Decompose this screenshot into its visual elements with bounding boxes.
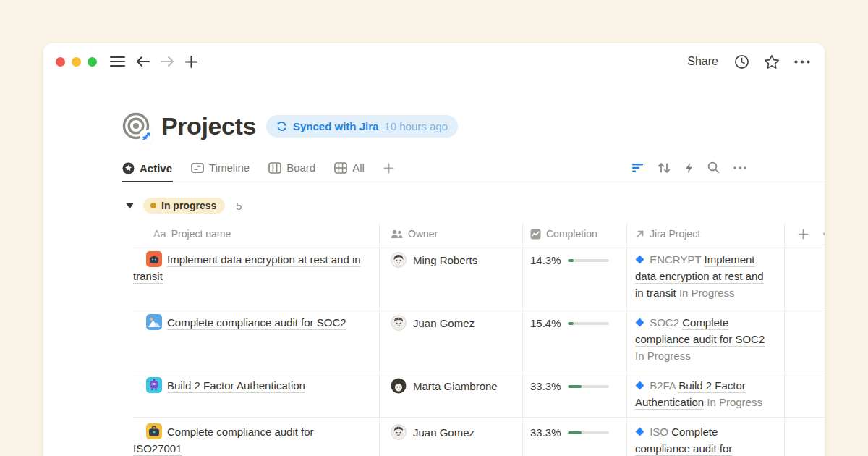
- completion-cell[interactable]: 15.4%: [523, 308, 627, 371]
- back-icon[interactable]: [136, 56, 150, 67]
- progress-fill: [568, 259, 574, 263]
- page-title: Projects: [161, 112, 256, 140]
- jira-diamond-icon: [635, 427, 644, 436]
- progress-bar: [568, 431, 609, 435]
- owner-cell[interactable]: Juan Gomez: [380, 308, 523, 371]
- status-dot-icon: [150, 203, 156, 208]
- owner-cell[interactable]: Ming Roberts: [380, 245, 523, 308]
- progress-fill: [568, 322, 574, 326]
- table-row: Build 2 Factor Authentication Marta Giam…: [133, 371, 825, 417]
- more-options-icon[interactable]: [794, 60, 810, 64]
- group-label: In progress: [161, 200, 216, 211]
- juan-avatar: [391, 315, 407, 331]
- mountain-icon: [146, 314, 162, 330]
- column-header-completion[interactable]: Completion: [523, 223, 627, 245]
- minimize-window-button[interactable]: [72, 57, 81, 67]
- history-clock-icon[interactable]: [734, 54, 749, 69]
- completion-cell[interactable]: 33.3%: [523, 418, 627, 456]
- robot-icon: [146, 377, 162, 393]
- page-header: Projects Synced with Jira 10 hours ago: [122, 111, 825, 140]
- table-row: Complete compliance audit for ISO27001 J…: [133, 417, 825, 456]
- progress-bar: [568, 322, 609, 326]
- jira-diamond-icon: [635, 381, 644, 390]
- jira-project-cell[interactable]: ISO Complete compliance audit for ISO270…: [627, 418, 785, 456]
- jira-diamond-icon: [635, 255, 644, 264]
- jira-sync-badge-icon: [140, 130, 153, 143]
- completion-cell[interactable]: 33.3%: [523, 371, 627, 417]
- tab-all[interactable]: All: [333, 161, 365, 182]
- view-toolbar: [631, 161, 746, 182]
- table-view-icon: [334, 162, 347, 174]
- window-controls: [56, 57, 97, 67]
- add-view-icon[interactable]: [383, 163, 395, 182]
- search-icon[interactable]: [707, 161, 720, 174]
- pouch-icon: [146, 251, 162, 267]
- target-icon[interactable]: [122, 111, 150, 140]
- tab-timeline[interactable]: Timeline: [190, 161, 250, 182]
- jira-project-cell[interactable]: ENCRYPT Implement data encryption at res…: [627, 245, 785, 308]
- canvas-background: { "colors": { "canvas_bg": "#F8F2E7", "c…: [0, 0, 868, 456]
- briefcase-icon: [146, 423, 162, 439]
- synced-time: 10 hours ago: [384, 120, 448, 132]
- favorite-star-icon[interactable]: [764, 54, 780, 69]
- group-count: 5: [236, 200, 242, 212]
- owner-name: Marta Giambrone: [413, 378, 498, 394]
- ming-avatar: [391, 252, 407, 268]
- status-badge[interactable]: In progress: [143, 198, 225, 214]
- menu-icon[interactable]: [110, 56, 125, 67]
- progress-fill: [568, 431, 582, 435]
- collapse-triangle-icon[interactable]: [126, 203, 134, 209]
- jira-diamond-icon: [635, 318, 644, 327]
- sort-icon[interactable]: [658, 162, 671, 174]
- table-row: Implement data encryption at rest and in…: [133, 245, 825, 308]
- projects-table: Aa Project name Owner Completion Jira P: [133, 223, 825, 456]
- chart-icon: [530, 229, 541, 240]
- project-name-link[interactable]: Complete compliance audit for SOC2: [146, 316, 346, 329]
- share-button[interactable]: Share: [687, 55, 718, 68]
- tab-active[interactable]: Active: [122, 162, 173, 182]
- synced-with-jira-badge[interactable]: Synced with Jira 10 hours ago: [266, 115, 458, 138]
- completion-percent: 33.3%: [530, 378, 561, 394]
- add-column-icon[interactable]: [785, 223, 825, 245]
- synced-label: Synced with Jira: [293, 120, 378, 132]
- text-type-icon: Aa: [153, 228, 166, 240]
- owner-cell[interactable]: Juan Gomez: [380, 418, 523, 456]
- completion-percent: 33.3%: [530, 424, 561, 441]
- juan-avatar: [391, 424, 407, 440]
- arrow-up-right-icon: [635, 229, 644, 239]
- owner-name: Juan Gomez: [413, 315, 475, 332]
- completion-percent: 14.3%: [530, 252, 561, 269]
- owner-name: Ming Roberts: [413, 252, 477, 269]
- project-name-link[interactable]: Complete compliance audit for ISO27001: [133, 426, 314, 455]
- close-window-button[interactable]: [56, 57, 65, 67]
- column-header-jira-project[interactable]: Jira Project: [627, 223, 785, 245]
- project-name-link[interactable]: Build 2 Factor Authentication: [146, 379, 305, 392]
- filter-icon[interactable]: [631, 163, 644, 173]
- window-titlebar: Share: [43, 43, 825, 80]
- zoom-window-button[interactable]: [88, 57, 97, 67]
- completion-percent: 15.4%: [530, 315, 561, 332]
- project-name-link[interactable]: Implement data encryption at rest and in…: [133, 253, 361, 282]
- forward-icon[interactable]: [161, 56, 174, 67]
- timeline-view-icon: [191, 162, 204, 174]
- table-row: Complete compliance audit for SOC2 Juan …: [133, 308, 825, 371]
- view-tabs-bar: Active Timeline Board All: [122, 155, 825, 182]
- jira-project-cell[interactable]: B2FA Build 2 Factor Authentication In Pr…: [627, 371, 785, 417]
- marta-avatar: [391, 378, 407, 394]
- app-window: Share: [43, 43, 825, 456]
- owner-cell[interactable]: Marta Giambrone: [380, 371, 523, 417]
- more-columns-icon[interactable]: [823, 232, 825, 235]
- owner-name: Juan Gomez: [413, 424, 475, 441]
- progress-bar: [568, 385, 609, 389]
- jira-project-cell[interactable]: SOC2 Complete compliance audit for SOC2 …: [627, 308, 785, 371]
- column-header-project-name[interactable]: Aa Project name: [133, 223, 380, 245]
- tab-board[interactable]: Board: [268, 161, 316, 182]
- progress-bar: [568, 259, 609, 263]
- people-icon: [391, 229, 403, 239]
- view-more-icon[interactable]: [733, 166, 746, 169]
- automation-lightning-icon[interactable]: [684, 162, 694, 174]
- new-tab-icon[interactable]: [185, 56, 197, 68]
- column-header-owner[interactable]: Owner: [380, 223, 523, 245]
- completion-cell[interactable]: 14.3%: [523, 245, 627, 308]
- group-header: In progress 5: [126, 198, 825, 214]
